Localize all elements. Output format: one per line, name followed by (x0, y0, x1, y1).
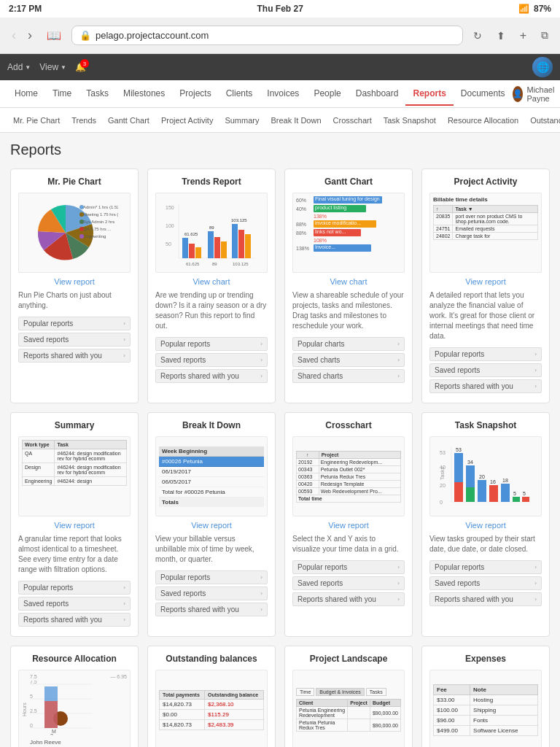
resource-allocation-card: Resource Allocation Hours 7.5— 6.95 (10, 646, 139, 747)
svg-text:3: 3 (50, 733, 53, 735)
tab-milestones[interactable]: Milestones (116, 82, 172, 106)
subnav-break-it-down[interactable]: Break It Down (265, 112, 327, 129)
back-button[interactable]: ‹ (7, 26, 20, 44)
cross-saved-reports[interactable]: Saved reports› (292, 576, 405, 590)
svg-text:18: 18 (502, 478, 508, 483)
tab-dashboard[interactable]: Dashboard (349, 82, 406, 106)
project-activity-desc: A detailed report that lets you analyze … (429, 290, 542, 341)
break-view-link[interactable]: View report (155, 521, 268, 530)
task-snapshot-view-link[interactable]: View report (429, 521, 542, 530)
sub-nav: Mr. Pie Chart Trends Gantt Chart Project… (0, 108, 560, 133)
tab-people[interactable]: People (306, 82, 348, 106)
subnav-summary[interactable]: Summary (219, 112, 265, 129)
lock-icon: 🔒 (79, 30, 91, 41)
trends-title: Trends Report (155, 177, 268, 187)
ts-shared-reports[interactable]: Reports shared with you› (429, 592, 542, 606)
pa-shared-reports[interactable]: Reports shared with you› (429, 379, 542, 393)
project-activity-title: Project Activity (429, 177, 542, 187)
subnav-task-snapshot[interactable]: Task Snapshot (378, 112, 442, 129)
summary-view-link[interactable]: View report (18, 521, 131, 530)
tab-home[interactable]: Home (7, 82, 45, 106)
crosschart-view-link[interactable]: View report (292, 521, 405, 530)
gantt-view-link[interactable]: View chart (292, 277, 405, 286)
break-popular-reports[interactable]: Popular reports› (155, 570, 268, 584)
tabs-button[interactable]: ⧉ (537, 28, 553, 43)
gantt-shared-charts[interactable]: Shared charts› (292, 369, 405, 383)
view-arrow-icon: ▼ (61, 64, 66, 71)
bookmarks-button[interactable]: 📖 (42, 27, 66, 44)
subnav-resource-allocation[interactable]: Resource Allocation (442, 112, 524, 129)
tab-clients[interactable]: Clients (219, 82, 260, 106)
subnav-crosschart[interactable]: Crosschart (327, 112, 378, 129)
break-saved-reports[interactable]: Saved reports› (155, 587, 268, 600)
user-avatar: 👤 (513, 86, 523, 102)
cross-shared-reports[interactable]: Reports shared with you› (292, 592, 405, 606)
svg-text:Admin* 1 hrs (1.52%): Admin* 1 hrs (1.52%) (83, 205, 118, 209)
svg-rect-20 (214, 237, 220, 258)
project-landscape-card: Project Landscape Time Budget & Invoices… (284, 646, 413, 747)
svg-point-9 (79, 234, 84, 239)
crosschart-desc: Select the X and Y axis to visualize you… (292, 534, 405, 554)
gantt-saved-charts[interactable]: Saved charts› (292, 353, 405, 367)
trends-saved-reports[interactable]: Saved reports› (155, 353, 268, 367)
svg-text:5: 5 (523, 491, 526, 496)
pie-chart-view-link[interactable]: View report (18, 277, 131, 286)
task-snapshot-preview: 53 40 20 0 Tasks 53 34 (429, 436, 542, 516)
tab-time[interactable]: Time (45, 82, 79, 106)
add-button[interactable]: Add ▼ (7, 62, 31, 72)
svg-rect-15 (182, 238, 188, 258)
tab-documents[interactable]: Documents (454, 82, 513, 106)
trends-popular-reports[interactable]: Popular reports› (155, 337, 268, 351)
svg-rect-19 (208, 231, 214, 258)
break-shared-reports[interactable]: Reports shared with you› (155, 603, 268, 616)
tab-reports[interactable]: Reports (405, 82, 453, 106)
gantt-popular-charts[interactable]: Popular charts› (292, 337, 405, 351)
time: 2:17 PM (9, 4, 42, 14)
svg-text:150: 150 (166, 205, 174, 210)
tab-invoices[interactable]: Invoices (260, 82, 306, 106)
pa-popular-reports[interactable]: Popular reports› (429, 347, 542, 361)
url-bar[interactable]: 🔒 pelago.projectaccount.com (71, 26, 463, 45)
summary-saved-reports[interactable]: Saved reports› (18, 597, 131, 611)
gantt-preview: 60% Final visual tuning for design 40% p… (292, 193, 405, 273)
subnav-project-activity[interactable]: Project Activity (155, 112, 219, 129)
svg-point-7 (79, 220, 84, 224)
cross-popular-reports[interactable]: Popular reports› (292, 560, 405, 574)
svg-rect-49 (513, 497, 520, 502)
svg-text:Tasks: Tasks (440, 467, 445, 480)
pie-saved-reports[interactable]: Saved reports› (18, 333, 131, 347)
subnav-gantt[interactable]: Gantt Chart (102, 112, 155, 129)
ts-saved-reports[interactable]: Saved reports› (429, 576, 542, 590)
project-activity-preview: Billable time details ↑ Task ▼ 20835 por… (429, 193, 542, 273)
pie-shared-reports[interactable]: Reports shared with you› (18, 349, 131, 363)
tab-projects[interactable]: Projects (172, 82, 218, 106)
task-snapshot-desc: View tasks grouped by their start date, … (429, 534, 542, 554)
pa-saved-reports[interactable]: Saved reports› (429, 363, 542, 377)
project-landscape-title: Project Landscape (292, 654, 405, 664)
expenses-preview: Fee Note $33.00 Hosting $100.00 Sh (429, 670, 542, 747)
forward-button[interactable]: › (23, 26, 36, 44)
trends-view-link[interactable]: View chart (155, 277, 268, 286)
notifications-button[interactable]: 🔔 3 (75, 62, 86, 72)
svg-text:103.125: 103.125 (233, 262, 249, 266)
reload-button[interactable]: ↻ (469, 28, 486, 43)
project-activity-view-link[interactable]: View report (429, 277, 542, 286)
subnav-trends[interactable]: Trends (66, 112, 102, 129)
ts-popular-reports[interactable]: Popular reports› (429, 560, 542, 574)
new-tab-button[interactable]: + (516, 28, 531, 44)
svg-rect-51 (522, 497, 529, 502)
pie-popular-reports[interactable]: Popular reports› (18, 317, 131, 330)
trends-shared-reports[interactable]: Reports shared with you› (155, 369, 268, 383)
reports-grid: Mr. Pie Chart Admin* 1 hrs (1.52%) Mee (10, 169, 550, 747)
subnav-pie-chart[interactable]: Mr. Pie Chart (7, 112, 66, 129)
svg-rect-47 (501, 484, 510, 502)
tab-tasks[interactable]: Tasks (79, 82, 116, 106)
svg-rect-24 (238, 230, 244, 258)
summary-popular-reports[interactable]: Popular reports› (18, 581, 131, 595)
subnav-outstanding-balances[interactable]: Outstanding Balances (524, 112, 560, 129)
trends-desc: Are we trending up or trending down? Is … (155, 290, 268, 331)
view-button[interactable]: View ▼ (39, 62, 66, 72)
svg-rect-23 (232, 224, 238, 258)
share-button[interactable]: ⬆ (492, 28, 510, 43)
summary-shared-reports[interactable]: Reports shared with you› (18, 613, 131, 627)
